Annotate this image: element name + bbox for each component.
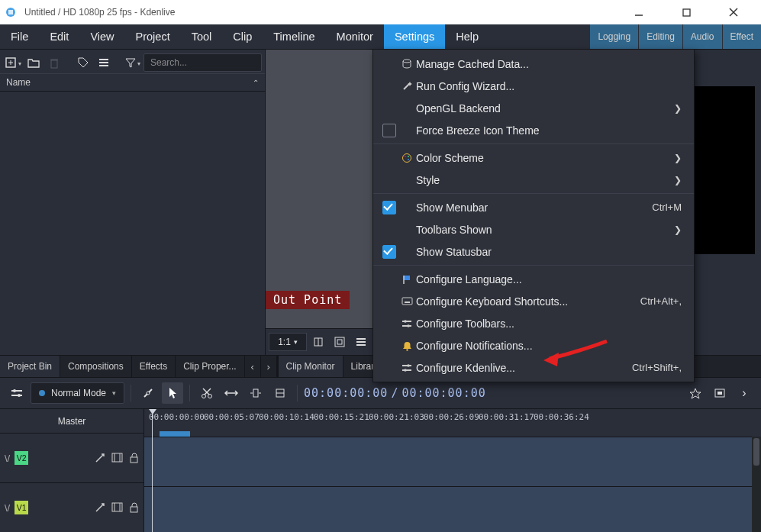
tab-nav-prev[interactable]: ‹ xyxy=(245,356,261,377)
folder-button[interactable] xyxy=(24,53,44,72)
menuitem-configure-notifications[interactable]: Configure Notifications... xyxy=(373,334,694,356)
menuitem-configure-language[interactable]: Configure Language... xyxy=(373,268,694,290)
timeline-canvas[interactable]: 00:00:00:0000:00:05:0700:00:10:1400:00:1… xyxy=(144,409,761,532)
menu-timeline[interactable]: Timeline xyxy=(263,24,325,49)
minimize-button[interactable] xyxy=(624,2,654,23)
monitor-grid-icon[interactable] xyxy=(308,333,328,351)
timeline-ruler[interactable]: 00:00:00:0000:00:05:0700:00:10:1400:00:1… xyxy=(144,409,761,437)
svg-rect-37 xyxy=(112,453,122,462)
menuitem-opengl-backend[interactable]: OpenGL Backend❯ xyxy=(373,97,694,119)
tab-clip-proper-[interactable]: Clip Proper... xyxy=(176,356,244,377)
tab-project-bin[interactable]: Project Bin xyxy=(0,356,60,377)
menuitem-force-breeze-icon-theme[interactable]: Force Breeze Icon Theme xyxy=(373,119,694,141)
track-lock-icon[interactable] xyxy=(129,453,139,463)
menu-tool[interactable]: Tool xyxy=(181,24,223,49)
menuitem-configure-kdenlive[interactable]: Configure Kdenlive...Ctrl+Shift+, xyxy=(373,356,694,379)
submenu-arrow-icon: ❯ xyxy=(674,175,682,185)
svg-rect-3 xyxy=(683,9,690,16)
layout-audio-button[interactable]: Audio xyxy=(682,24,722,49)
selection-tool-button[interactable] xyxy=(162,382,183,404)
timeline-zone-marker[interactable] xyxy=(160,431,190,437)
track-expand-icon[interactable]: \/ xyxy=(5,502,10,514)
menuitem-label: Configure Kdenlive... xyxy=(416,362,632,374)
menuitem-configure-keyboard-shortcuts[interactable]: Configure Keyboard Shortcuts...Ctrl+Alt+… xyxy=(373,290,694,312)
menuitem-color-scheme[interactable]: Color Scheme❯ xyxy=(373,147,694,169)
layout-logging-button[interactable]: Logging xyxy=(589,24,638,49)
menuitem-label: Force Breeze Icon Theme xyxy=(416,124,682,137)
track-compositing-button[interactable] xyxy=(6,382,27,404)
menu-edit[interactable]: Edit xyxy=(39,24,79,49)
menuitem-accelerator: Ctrl+Shift+, xyxy=(632,362,682,373)
playhead[interactable] xyxy=(152,409,153,532)
svg-point-45 xyxy=(403,60,411,63)
track-header-v2[interactable]: \/V2 xyxy=(0,434,143,483)
bin-list[interactable] xyxy=(0,92,265,355)
bin-column-header[interactable]: Name ⌃ xyxy=(0,73,265,92)
tool-connector-button[interactable] xyxy=(137,382,159,404)
ruler-tick: 00:00:15:21 xyxy=(314,412,369,422)
layout-editing-button[interactable]: Editing xyxy=(638,24,682,49)
track-effects-icon[interactable] xyxy=(95,453,105,463)
track-row[interactable] xyxy=(144,437,761,487)
ruler-tick: 00:00:36:24 xyxy=(534,412,589,422)
zoom-scale-selector[interactable]: 1:1▾ xyxy=(269,333,307,351)
delete-clip-button[interactable] xyxy=(44,53,64,72)
search-input[interactable]: Search... xyxy=(143,53,262,72)
tab-clip-monitor[interactable]: Clip Monitor xyxy=(279,356,343,377)
track-expand-icon[interactable]: \/ xyxy=(5,453,10,464)
menu-monitor[interactable]: Monitor xyxy=(326,24,384,49)
master-track-header[interactable]: Master xyxy=(0,409,143,434)
menu-file[interactable]: File xyxy=(0,24,39,49)
kbd-icon xyxy=(398,297,416,305)
menu-settings[interactable]: Settings xyxy=(384,24,445,49)
next-button[interactable]: › xyxy=(734,382,755,404)
track-video-icon[interactable] xyxy=(111,502,123,513)
palette-icon xyxy=(398,153,416,163)
tab-nav-next[interactable]: › xyxy=(261,356,277,377)
insert-zone-button[interactable] xyxy=(245,382,266,404)
close-button[interactable] xyxy=(718,2,749,23)
checkbox-icon xyxy=(381,124,398,137)
ruler-tick: 00:00:00:00 xyxy=(149,412,205,422)
monitor-zoom-icon[interactable] xyxy=(330,333,350,351)
monitor-scale-controls: 1:1▾ xyxy=(266,328,379,355)
track-header-v1[interactable]: \/V1 xyxy=(0,483,143,532)
tab-effects[interactable]: Effects xyxy=(132,356,176,377)
timecode-duration: 00:00:00:00 xyxy=(401,386,485,400)
submenu-arrow-icon: ❯ xyxy=(674,224,682,235)
filter-button[interactable]: ▾ xyxy=(123,53,143,72)
menu-help[interactable]: Help xyxy=(445,24,489,49)
track-video-icon[interactable] xyxy=(111,453,123,463)
tab-compositions[interactable]: Compositions xyxy=(60,356,132,377)
menuitem-label: Show Statusbar xyxy=(416,246,682,258)
track-effects-icon[interactable] xyxy=(95,502,105,513)
fit-zoom-button[interactable] xyxy=(709,382,730,404)
layout-effect-button[interactable]: Effect xyxy=(722,24,761,49)
track-lock-icon[interactable] xyxy=(129,502,139,513)
spacer-tool-button[interactable] xyxy=(221,382,242,404)
menuitem-configure-toolbars[interactable]: Configure Toolbars... xyxy=(373,312,694,334)
menuitem-show-menubar[interactable]: Show MenubarCtrl+M xyxy=(373,196,694,218)
favorite-button[interactable] xyxy=(685,382,706,404)
menu-view[interactable]: View xyxy=(79,24,124,49)
timecode-position[interactable]: 00:00:00:00 xyxy=(304,386,388,400)
svg-rect-41 xyxy=(112,503,122,511)
menuitem-show-statusbar[interactable]: Show Statusbar xyxy=(373,240,694,263)
menuitem-toolbars-shown[interactable]: Toolbars Shown❯ xyxy=(373,218,694,240)
menu-project[interactable]: Project xyxy=(125,24,181,49)
monitor-menu-icon[interactable] xyxy=(351,333,371,351)
tag-button[interactable] xyxy=(73,53,93,72)
menu-clip[interactable]: Clip xyxy=(222,24,263,49)
timeline-vscrollbar[interactable] xyxy=(752,437,761,532)
maximize-button[interactable] xyxy=(671,2,701,23)
checkbox-icon xyxy=(381,245,398,259)
razor-tool-button[interactable] xyxy=(196,382,218,404)
add-clip-button[interactable]: ▾ xyxy=(3,53,23,72)
list-view-button[interactable] xyxy=(94,53,114,72)
menuitem-style[interactable]: Style❯ xyxy=(373,169,694,191)
overwrite-zone-button[interactable] xyxy=(269,382,291,404)
track-row[interactable] xyxy=(144,487,761,532)
menuitem-run-config-wizard[interactable]: Run Config Wizard... xyxy=(373,75,694,97)
menuitem-manage-cached-data[interactable]: Manage Cached Data... xyxy=(373,53,694,75)
edit-mode-selector[interactable]: Normal Mode ▾ xyxy=(31,382,124,404)
